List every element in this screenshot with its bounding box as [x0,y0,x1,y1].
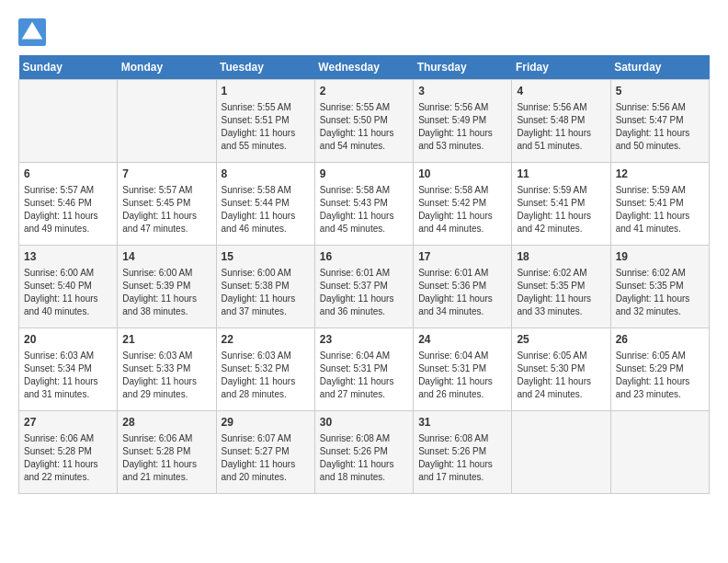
cell-content: Sunrise: 5:58 AM Sunset: 5:43 PM Dayligh… [320,184,408,236]
cell-content: Sunrise: 6:05 AM Sunset: 5:29 PM Dayligh… [616,350,704,401]
day-number: 7 [122,167,210,182]
calendar-cell: 29Sunrise: 6:07 AM Sunset: 5:27 PM Dayli… [216,411,314,494]
day-number: 28 [122,415,210,431]
day-number: 16 [320,249,408,265]
cell-content: Sunrise: 5:57 AM Sunset: 5:46 PM Dayligh… [24,184,112,236]
cell-content: Sunrise: 6:00 AM Sunset: 5:39 PM Dayligh… [122,267,210,318]
day-number: 12 [616,167,704,182]
calendar-cell: 7Sunrise: 5:57 AM Sunset: 5:45 PM Daylig… [118,163,216,246]
calendar-cell: 4Sunrise: 5:56 AM Sunset: 5:48 PM Daylig… [512,80,610,163]
day-number: 17 [418,249,506,265]
header-cell-tuesday: Tuesday [216,55,314,80]
calendar-cell [19,80,118,163]
cell-content: Sunrise: 6:06 AM Sunset: 5:28 PM Dayligh… [24,432,112,484]
day-number: 11 [517,167,605,182]
day-number: 27 [24,415,112,431]
calendar-table: SundayMondayTuesdayWednesdayThursdayFrid… [18,55,710,494]
calendar-cell: 12Sunrise: 5:59 AM Sunset: 5:41 PM Dayli… [610,163,709,246]
day-number: 9 [320,167,408,182]
day-number: 1 [222,84,310,99]
day-number: 13 [24,249,112,265]
day-number: 2 [320,84,408,99]
cell-content: Sunrise: 5:58 AM Sunset: 5:44 PM Dayligh… [222,184,310,236]
header-cell-friday: Friday [512,55,610,80]
calendar-cell: 31Sunrise: 6:08 AM Sunset: 5:26 PM Dayli… [414,411,512,494]
cell-content: Sunrise: 6:02 AM Sunset: 5:35 PM Dayligh… [517,267,605,318]
cell-content: Sunrise: 5:55 AM Sunset: 5:51 PM Dayligh… [222,101,310,153]
cell-content: Sunrise: 6:08 AM Sunset: 5:26 PM Dayligh… [418,432,506,484]
cell-content: Sunrise: 5:59 AM Sunset: 5:41 PM Dayligh… [616,184,704,236]
calendar-cell: 27Sunrise: 6:06 AM Sunset: 5:28 PM Dayli… [19,411,118,494]
cell-content: Sunrise: 5:58 AM Sunset: 5:42 PM Dayligh… [418,184,506,236]
calendar-cell [512,411,610,494]
day-number: 26 [616,332,704,348]
day-number: 19 [616,249,704,265]
day-number: 24 [418,332,506,348]
calendar-cell [610,411,709,494]
cell-content: Sunrise: 5:56 AM Sunset: 5:48 PM Dayligh… [517,101,605,153]
day-number: 21 [122,332,210,348]
calendar-cell: 10Sunrise: 5:58 AM Sunset: 5:42 PM Dayli… [414,163,512,246]
calendar-cell: 15Sunrise: 6:00 AM Sunset: 5:38 PM Dayli… [216,246,314,328]
cell-content: Sunrise: 6:05 AM Sunset: 5:30 PM Dayligh… [517,350,605,401]
day-number: 29 [222,415,310,431]
cell-content: Sunrise: 6:01 AM Sunset: 5:36 PM Dayligh… [418,267,506,318]
calendar-cell: 5Sunrise: 5:56 AM Sunset: 5:47 PM Daylig… [610,80,709,163]
calendar-cell: 2Sunrise: 5:55 AM Sunset: 5:50 PM Daylig… [314,80,413,163]
calendar-cell: 16Sunrise: 6:01 AM Sunset: 5:37 PM Dayli… [314,246,413,328]
cell-content: Sunrise: 5:56 AM Sunset: 5:47 PM Dayligh… [616,101,704,153]
calendar-body: 1Sunrise: 5:55 AM Sunset: 5:51 PM Daylig… [19,80,710,494]
logo-icon [18,18,46,46]
calendar-cell: 14Sunrise: 6:00 AM Sunset: 5:39 PM Dayli… [118,246,216,328]
cell-content: Sunrise: 6:00 AM Sunset: 5:40 PM Dayligh… [24,267,112,318]
cell-content: Sunrise: 5:59 AM Sunset: 5:41 PM Dayligh… [517,184,605,236]
day-number: 15 [222,249,310,265]
day-number: 30 [320,415,408,431]
cell-content: Sunrise: 5:55 AM Sunset: 5:50 PM Dayligh… [320,101,408,153]
calendar-cell: 30Sunrise: 6:08 AM Sunset: 5:26 PM Dayli… [314,411,413,494]
cell-content: Sunrise: 6:07 AM Sunset: 5:27 PM Dayligh… [222,432,310,484]
calendar-week-2: 6Sunrise: 5:57 AM Sunset: 5:46 PM Daylig… [19,163,710,246]
cell-content: Sunrise: 6:02 AM Sunset: 5:35 PM Dayligh… [616,267,704,318]
header-cell-wednesday: Wednesday [314,55,413,80]
cell-content: Sunrise: 6:08 AM Sunset: 5:26 PM Dayligh… [320,432,408,484]
day-number: 23 [320,332,408,348]
header-cell-sunday: Sunday [19,55,118,80]
calendar-week-5: 27Sunrise: 6:06 AM Sunset: 5:28 PM Dayli… [19,411,710,494]
cell-content: Sunrise: 6:03 AM Sunset: 5:33 PM Dayligh… [122,350,210,401]
calendar-cell: 22Sunrise: 6:03 AM Sunset: 5:32 PM Dayli… [216,328,314,411]
day-number: 25 [517,332,605,348]
cell-content: Sunrise: 6:03 AM Sunset: 5:32 PM Dayligh… [222,350,310,401]
cell-content: Sunrise: 5:57 AM Sunset: 5:45 PM Dayligh… [122,184,210,236]
cell-content: Sunrise: 6:04 AM Sunset: 5:31 PM Dayligh… [418,350,506,401]
calendar-cell: 28Sunrise: 6:06 AM Sunset: 5:28 PM Dayli… [118,411,216,494]
cell-content: Sunrise: 5:56 AM Sunset: 5:49 PM Dayligh… [418,101,506,153]
day-number: 3 [418,84,506,99]
cell-content: Sunrise: 6:04 AM Sunset: 5:31 PM Dayligh… [320,350,408,401]
calendar-week-3: 13Sunrise: 6:00 AM Sunset: 5:40 PM Dayli… [19,246,710,328]
day-number: 5 [616,84,704,99]
calendar-cell: 25Sunrise: 6:05 AM Sunset: 5:30 PM Dayli… [512,328,610,411]
calendar-cell: 18Sunrise: 6:02 AM Sunset: 5:35 PM Dayli… [512,246,610,328]
calendar-cell: 8Sunrise: 5:58 AM Sunset: 5:44 PM Daylig… [216,163,314,246]
calendar-cell: 21Sunrise: 6:03 AM Sunset: 5:33 PM Dayli… [118,328,216,411]
day-number: 20 [24,332,112,348]
header-cell-monday: Monday [118,55,216,80]
calendar-cell: 17Sunrise: 6:01 AM Sunset: 5:36 PM Dayli… [414,246,512,328]
cell-content: Sunrise: 6:00 AM Sunset: 5:38 PM Dayligh… [222,267,310,318]
day-number: 4 [517,84,605,99]
header-cell-saturday: Saturday [610,55,709,80]
calendar-cell: 24Sunrise: 6:04 AM Sunset: 5:31 PM Dayli… [414,328,512,411]
cell-content: Sunrise: 6:01 AM Sunset: 5:37 PM Dayligh… [320,267,408,318]
day-number: 8 [222,167,310,182]
day-number: 31 [418,415,506,431]
calendar-cell: 23Sunrise: 6:04 AM Sunset: 5:31 PM Dayli… [314,328,413,411]
day-number: 14 [122,249,210,265]
logo [18,18,50,46]
calendar-cell: 9Sunrise: 5:58 AM Sunset: 5:43 PM Daylig… [314,163,413,246]
cell-content: Sunrise: 6:06 AM Sunset: 5:28 PM Dayligh… [122,432,210,484]
calendar-header-row: SundayMondayTuesdayWednesdayThursdayFrid… [19,55,710,80]
calendar-cell: 6Sunrise: 5:57 AM Sunset: 5:46 PM Daylig… [19,163,118,246]
day-number: 18 [517,249,605,265]
calendar-week-4: 20Sunrise: 6:03 AM Sunset: 5:34 PM Dayli… [19,328,710,411]
